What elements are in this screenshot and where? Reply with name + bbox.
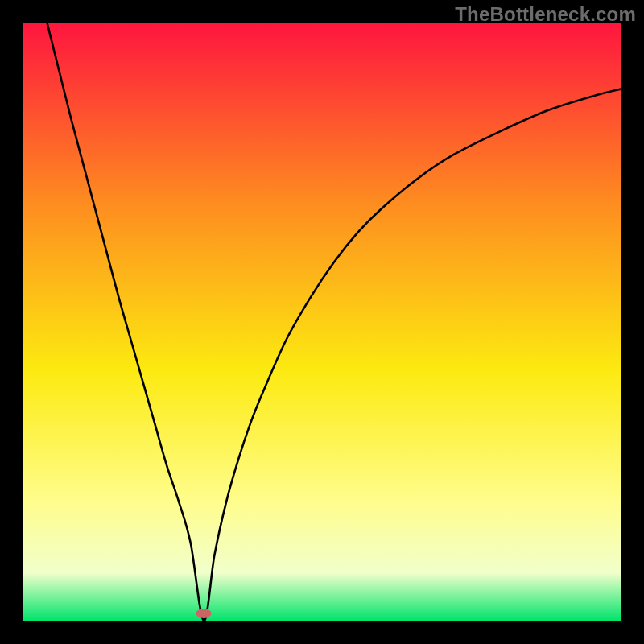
- watermark-text: TheBottleneck.com: [455, 3, 636, 26]
- chart-frame: TheBottleneck.com: [0, 0, 644, 644]
- plot-area: [23, 23, 621, 621]
- bottleneck-curve: [23, 23, 621, 621]
- minimum-marker: [196, 609, 212, 618]
